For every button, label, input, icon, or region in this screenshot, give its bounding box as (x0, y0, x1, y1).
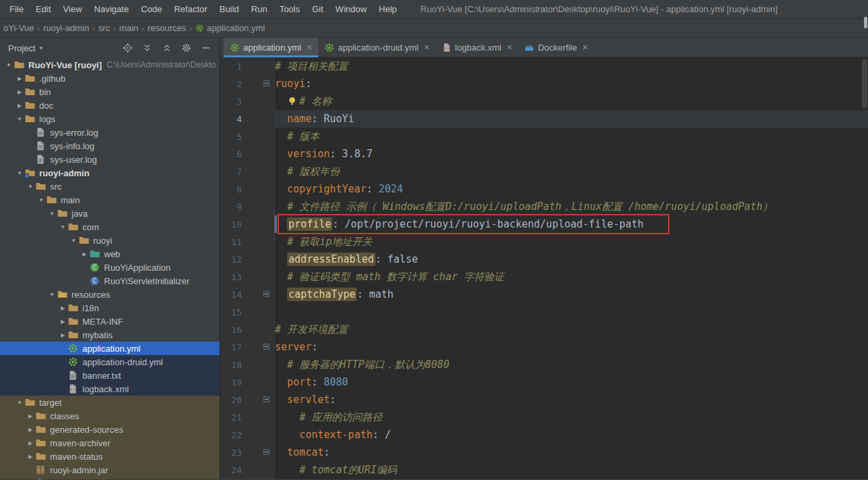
code-line-12[interactable]: addressEnabled: false (275, 250, 868, 268)
chevron-down-icon[interactable]: ▼ (26, 184, 35, 190)
code-line-4[interactable]: name: RuoYi (275, 110, 868, 128)
menu-item-tools[interactable]: Tools (274, 0, 306, 18)
menu-item-run[interactable]: Run (245, 0, 274, 18)
chevron-right-icon[interactable]: ▶ (80, 251, 89, 257)
code-line-16[interactable]: # 开发环境配置 (275, 321, 868, 338)
tab-dockerfile[interactable]: Dockerfile× (518, 38, 594, 57)
tree-item-logs[interactable]: ▼logs (0, 112, 220, 126)
fold-marker-icon[interactable] (263, 80, 270, 86)
tree-item-maven-archiver[interactable]: ▶maven-archiver (0, 436, 220, 450)
tree-item-com[interactable]: ▼com (0, 220, 220, 234)
bulb-icon[interactable] (287, 96, 297, 106)
tree-item-row[interactable] (0, 477, 220, 479)
tree-item-mybatis[interactable]: ▶mybatis (0, 328, 220, 342)
menu-item-help[interactable]: Help (373, 0, 403, 18)
tab-close-icon[interactable]: × (424, 43, 429, 52)
code-line-2[interactable]: ruoyi: (275, 75, 868, 92)
code-line-8[interactable]: copyrightYear: 2024 (275, 180, 868, 198)
chevron-right-icon[interactable]: ▶ (26, 454, 35, 460)
menu-item-git[interactable]: Git (306, 0, 330, 18)
tree-item-resources[interactable]: ▼resources (0, 288, 220, 301)
tab-close-icon[interactable]: × (582, 43, 588, 52)
tab-application-druid-yml[interactable]: application-druid.yml× (318, 38, 435, 57)
tab-logback-xml[interactable]: logback.xml× (436, 38, 519, 57)
tree-item-github[interactable]: ▶.github (0, 72, 220, 85)
fold-marker-icon[interactable] (263, 396, 270, 402)
chevron-down-icon[interactable]: ▼ (15, 170, 24, 176)
tree-item-target[interactable]: ▼target (0, 396, 220, 409)
editor-scrollbar[interactable] (862, 59, 867, 108)
tree-item-banner-txt[interactable]: banner.txt (0, 369, 220, 382)
breadcrumb-item-application-yml[interactable]: application.yml (193, 23, 267, 33)
tree-item-application-yml[interactable]: application.yml (0, 342, 220, 355)
code-line-23[interactable]: tomcat: (275, 444, 868, 461)
breadcrumb-item-main[interactable]: main (118, 23, 141, 33)
breadcrumb-item-src[interactable]: src (97, 23, 112, 33)
tree-item-ruoyiapplication[interactable]: CRuoYiApplication (0, 261, 220, 274)
chevron-right-icon[interactable]: ▶ (15, 103, 24, 109)
project-view-selector[interactable]: Project ▾ (8, 43, 43, 53)
tab-close-icon[interactable]: × (507, 43, 512, 52)
menu-item-edit[interactable]: Edit (30, 0, 57, 18)
menu-item-navigate[interactable]: Navigate (88, 0, 134, 18)
code-line-6[interactable]: version: 3.8.7 (275, 145, 868, 163)
tree-item-doc[interactable]: ▶doc (0, 99, 220, 112)
chevron-right-icon[interactable]: ▶ (15, 76, 24, 82)
tree-item-web[interactable]: ▶web (0, 247, 220, 261)
tree-item-java[interactable]: ▼java (0, 207, 220, 220)
tree-item-ruoyiservletinitializer[interactable]: CRuoYiServletInitializer (0, 274, 220, 288)
tree-item-classes[interactable]: ▶classes (0, 409, 220, 423)
chevron-right-icon[interactable]: ▶ (58, 332, 68, 338)
tree-item-ruoyi-vue-ruoyi[interactable]: ▼RuoYi-Vue [ruoyi]C:\Users\Administrator… (0, 58, 220, 72)
chevron-right-icon[interactable]: ▶ (58, 319, 68, 325)
fold-marker-icon[interactable] (263, 291, 270, 297)
tree-item-ruoyi[interactable]: ▼ruoyi (0, 234, 220, 247)
code-line-10[interactable]: profile: /opt/project/ruoyi/ruoyi-backen… (275, 215, 868, 233)
chevron-right-icon[interactable]: ▶ (26, 440, 35, 446)
breadcrumb-item-ruoyi-admin[interactable]: ruoyi-admin (41, 23, 91, 33)
menu-item-refactor[interactable]: Refactor (168, 0, 213, 18)
code-line-14[interactable]: captchaType: math (275, 286, 868, 303)
menu-item-window[interactable]: Window (330, 0, 373, 18)
tree-item-ruoyi-admin[interactable]: ▼ruoyi-admin (0, 166, 220, 180)
code-line-17[interactable]: server: (275, 338, 868, 356)
code-line-11[interactable]: # 获取ip地址开关 (275, 233, 868, 250)
tree-item-sys-info-log[interactable]: sys-info.log (0, 139, 220, 153)
code-line-21[interactable]: # 应用的访问路径 (275, 408, 868, 426)
menu-item-file[interactable]: File (3, 0, 30, 18)
code-area[interactable]: # 项目相关配置ruoyi: # 名称 name: RuoYi # 版本 ver… (275, 57, 868, 479)
breadcrumb-item-resources[interactable]: resources (145, 23, 188, 33)
tree-item-ruoyi-admin-jar[interactable]: ruoyi-admin.jar (0, 463, 220, 477)
chevron-down-icon[interactable]: ▼ (47, 211, 57, 217)
code-line-20[interactable]: servlet: (275, 391, 868, 408)
chevron-down-icon[interactable]: ▼ (15, 116, 24, 122)
code-line-9[interactable]: # 文件路径 示例（ Windows配置D:/ruoyi/uploadPath，… (275, 198, 868, 215)
tree-item-src[interactable]: ▼src (0, 180, 220, 193)
chevron-down-icon[interactable]: ▼ (69, 238, 78, 244)
tree-item-generated-sources[interactable]: ▶generated-sources (0, 423, 220, 436)
chevron-right-icon[interactable]: ▶ (15, 89, 24, 95)
code-line-13[interactable]: # 验证码类型 math 数字计算 char 字符验证 (275, 268, 868, 286)
code-line-5[interactable]: # 版本 (275, 128, 868, 145)
code-line-19[interactable]: port: 8080 (275, 373, 868, 391)
tree-item-sys-error-log[interactable]: sys-error.log (0, 126, 220, 139)
locate-icon[interactable] (122, 43, 133, 53)
fold-marker-icon[interactable] (263, 449, 270, 455)
chevron-down-icon[interactable]: ▼ (36, 197, 46, 203)
menu-item-view[interactable]: View (57, 0, 88, 18)
code-line-7[interactable]: # 版权年份 (275, 163, 868, 180)
chevron-down-icon[interactable]: ▼ (4, 62, 14, 68)
hide-icon[interactable] (201, 43, 211, 53)
tree-item-sys-user-log[interactable]: sys-user.log (0, 153, 220, 166)
chevron-right-icon[interactable]: ▶ (26, 427, 35, 433)
code-line-18[interactable]: # 服务器的HTTP端口，默认为8080 (275, 356, 868, 373)
code-line-1[interactable]: # 项目相关配置 (275, 57, 868, 75)
menu-item-code[interactable]: Code (135, 0, 168, 18)
tree-item-application-druid-yml[interactable]: application-druid.yml (0, 355, 220, 369)
scrollbar-sliver[interactable] (864, 17, 867, 28)
tree-item-logback-xml[interactable]: logback.xml (0, 382, 220, 396)
tree-item-bin[interactable]: ▶bin (0, 85, 220, 99)
chevron-down-icon[interactable]: ▼ (15, 400, 24, 406)
tab-application-yml[interactable]: application.yml× (224, 38, 318, 57)
tree-item-i18n[interactable]: ▶i18n (0, 301, 220, 315)
